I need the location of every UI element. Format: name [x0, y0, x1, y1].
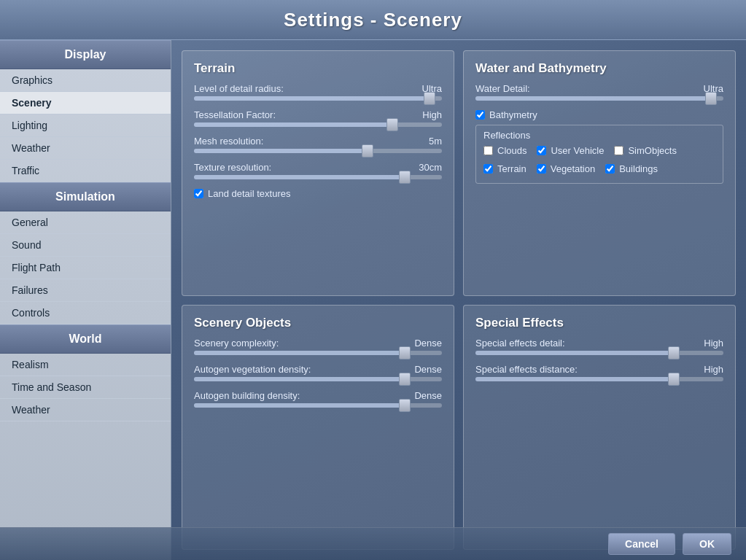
land-detail-row: Land detail textures: [194, 188, 442, 199]
water-title: Water and Bathymetry: [475, 61, 723, 76]
tessellation-label: Tessellation Factor:: [194, 109, 276, 120]
sidebar-item-weather-display[interactable]: Weather: [0, 137, 171, 160]
effects-distance-slider[interactable]: [475, 377, 723, 381]
level-of-detail-slider[interactable]: [194, 96, 442, 101]
user-vehicle-row: User Vehicle: [537, 145, 604, 156]
land-detail-checkbox[interactable]: [194, 189, 203, 198]
page-title: Settings - Scenery: [284, 9, 462, 31]
autogen-build-row: Autogen building density: Dense: [194, 390, 442, 408]
footer: Cancel OK: [0, 527, 746, 560]
terrain-refl-row: Terrain: [483, 163, 527, 174]
sidebar-item-flight-path[interactable]: Flight Path: [0, 257, 171, 279]
simobjects-checkbox[interactable]: [614, 146, 623, 155]
water-detail-row: Water Detail: Ultra: [475, 83, 723, 101]
effects-distance-row: Special effects distance: High: [475, 364, 723, 381]
page-header: Settings - Scenery: [0, 0, 746, 40]
sidebar-item-failures[interactable]: Failures: [0, 279, 171, 302]
sidebar-item-scenery[interactable]: Scenery: [0, 92, 171, 114]
mesh-res-slider[interactable]: [194, 149, 442, 153]
autogen-build-value: Dense: [414, 390, 442, 401]
autogen-build-slider[interactable]: [194, 403, 442, 408]
reflections-label: Reflections: [483, 130, 715, 141]
sidebar-item-realism[interactable]: Realism: [0, 354, 171, 376]
effects-distance-label: Special effects distance:: [475, 364, 578, 375]
terrain-title: Terrain: [194, 61, 442, 76]
texture-res-value: 30cm: [419, 162, 442, 173]
special-effects-title: Special Effects: [475, 316, 723, 330]
user-vehicle-checkbox[interactable]: [537, 146, 546, 155]
bathymetry-label: Bathymetry: [489, 109, 537, 120]
mesh-res-row: Mesh resolution: 5m: [194, 136, 442, 153]
sidebar-item-lighting[interactable]: Lighting: [0, 114, 171, 137]
clouds-checkbox[interactable]: [483, 146, 493, 155]
simobjects-label: SimObjects: [628, 145, 676, 156]
water-detail-label: Water Detail:: [475, 83, 530, 94]
cancel-button[interactable]: Cancel: [608, 533, 675, 555]
bathymetry-row: Bathymetry: [475, 109, 723, 120]
world-section-header: World: [0, 324, 171, 354]
tessellation-slider[interactable]: [194, 122, 442, 127]
autogen-veg-label: Autogen vegetation density:: [194, 364, 311, 375]
water-detail-slider[interactable]: [475, 96, 723, 101]
texture-res-label: Texture resolution:: [194, 162, 271, 173]
autogen-veg-row: Autogen vegetation density: Dense: [194, 364, 442, 381]
effects-detail-slider[interactable]: [475, 351, 723, 355]
sidebar-item-traffic[interactable]: Traffic: [0, 160, 171, 182]
scenery-objects-panel: Scenery Objects Scenery complexity: Dens…: [182, 305, 454, 551]
tessellation-value: High: [422, 109, 442, 120]
effects-detail-value: High: [704, 338, 723, 349]
complexity-value: Dense: [414, 338, 442, 349]
main-layout: Display Graphics Scenery Lighting Weathe…: [0, 40, 746, 560]
mesh-res-label: Mesh resolution:: [194, 136, 263, 147]
level-of-detail-label: Level of detail radius:: [194, 83, 284, 94]
autogen-veg-value: Dense: [414, 364, 442, 375]
texture-res-slider[interactable]: [194, 175, 442, 179]
effects-distance-value: High: [704, 364, 723, 375]
clouds-label: Clouds: [497, 145, 527, 156]
buildings-row: Buildings: [605, 163, 658, 174]
terrain-refl-checkbox[interactable]: [483, 164, 493, 174]
tessellation-row: Tessellation Factor: High: [194, 109, 442, 127]
autogen-build-label: Autogen building density:: [194, 390, 300, 401]
texture-res-row: Texture resolution: 30cm: [194, 162, 442, 179]
complexity-slider[interactable]: [194, 351, 442, 355]
simulation-section-header: Simulation: [0, 182, 171, 211]
level-of-detail-row: Level of detail radius: Ultra: [194, 83, 442, 101]
effects-detail-label: Special effects detail:: [475, 338, 565, 349]
ok-button[interactable]: OK: [683, 533, 731, 555]
scenery-objects-title: Scenery Objects: [194, 316, 442, 330]
autogen-veg-slider[interactable]: [194, 377, 442, 381]
terrain-refl-label: Terrain: [497, 163, 527, 174]
terrain-panel: Terrain Level of detail radius: Ultra Te…: [182, 50, 454, 296]
sidebar-item-weather-world[interactable]: Weather: [0, 399, 171, 421]
special-effects-panel: Special Effects Special effects detail: …: [463, 305, 736, 551]
mesh-res-value: 5m: [429, 136, 442, 147]
reflections-checkboxes: Clouds User Vehicle SimObjects Terrain: [483, 145, 715, 179]
sidebar-item-controls[interactable]: Controls: [0, 302, 171, 324]
reflections-section: Reflections Clouds User Vehicle SimObjec…: [475, 125, 723, 184]
land-detail-label: Land detail textures: [208, 188, 290, 199]
effects-detail-row: Special effects detail: High: [475, 338, 723, 355]
content-area: Terrain Level of detail radius: Ultra Te…: [171, 40, 746, 560]
sidebar-item-time-and-season[interactable]: Time and Season: [0, 376, 171, 399]
simobjects-row: SimObjects: [614, 145, 676, 156]
clouds-row: Clouds: [483, 145, 527, 156]
sidebar-item-general[interactable]: General: [0, 211, 171, 234]
vegetation-checkbox[interactable]: [537, 164, 546, 174]
bathymetry-checkbox[interactable]: [475, 110, 485, 120]
sidebar: Display Graphics Scenery Lighting Weathe…: [0, 40, 171, 560]
buildings-checkbox[interactable]: [605, 164, 615, 174]
vegetation-label: Vegetation: [551, 163, 595, 174]
buildings-label: Buildings: [619, 163, 658, 174]
water-panel: Water and Bathymetry Water Detail: Ultra…: [463, 50, 736, 296]
user-vehicle-label: User Vehicle: [551, 145, 604, 156]
sidebar-item-sound[interactable]: Sound: [0, 234, 171, 257]
sidebar-item-graphics[interactable]: Graphics: [0, 69, 171, 92]
display-section-header: Display: [0, 40, 171, 69]
complexity-label: Scenery complexity:: [194, 338, 279, 349]
complexity-row: Scenery complexity: Dense: [194, 338, 442, 355]
vegetation-row: Vegetation: [537, 163, 595, 174]
